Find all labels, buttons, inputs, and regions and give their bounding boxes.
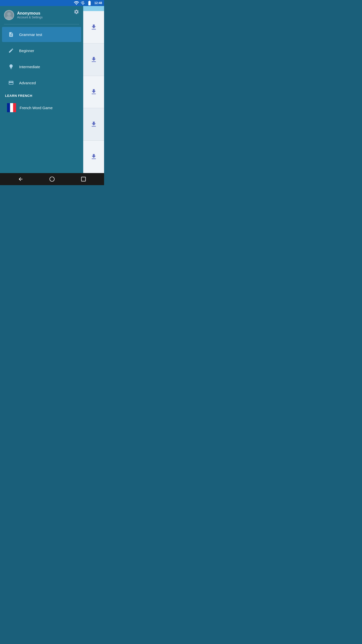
svg-rect-3: [7, 103, 10, 112]
account-name: Anonymous: [17, 11, 79, 16]
download-button-3[interactable]: [90, 88, 97, 95]
back-icon: [18, 176, 23, 182]
menu-item-beginner[interactable]: Beginner: [2, 43, 81, 58]
french-flag-icon: [7, 103, 16, 112]
pencil-icon: [7, 47, 15, 55]
battery-icon: [87, 0, 92, 6]
french-word-game-label: French Word Game: [20, 106, 53, 110]
recent-apps-icon: [81, 176, 86, 182]
status-time: 12:48: [94, 1, 102, 5]
account-header: Anonymous Account & Settings: [0, 6, 83, 22]
menu-item-grammar-test[interactable]: Grammar test: [2, 27, 81, 42]
back-button[interactable]: [5, 176, 36, 182]
download-arrow-3: [90, 88, 97, 95]
card-icon: [7, 79, 15, 87]
home-button[interactable]: [36, 176, 68, 182]
account-info: Anonymous Account & Settings: [17, 11, 79, 19]
svg-rect-4: [10, 103, 13, 112]
download-arrow-5: [90, 153, 97, 160]
main-layout: Anonymous Account & Settings Grammar tes…: [0, 6, 104, 173]
right-panel: [83, 6, 104, 173]
divider: [4, 24, 79, 24]
wifi-icon: [74, 0, 79, 6]
menu-item-french-word-game[interactable]: French Word Game: [2, 100, 81, 116]
grammar-test-label: Grammar test: [19, 32, 42, 37]
avatar-icon: [5, 11, 14, 20]
svg-point-1: [7, 12, 11, 16]
beginner-label: Beginner: [19, 49, 34, 53]
home-icon: [49, 176, 55, 182]
settings-button[interactable]: [74, 9, 79, 16]
settings-icon: [74, 9, 79, 15]
download-button-5[interactable]: [90, 153, 97, 160]
menu-item-intermediate[interactable]: Intermediate: [2, 59, 81, 74]
svg-point-6: [50, 177, 54, 181]
download-cell-5[interactable]: [83, 141, 104, 173]
avatar: [4, 10, 14, 20]
download-cell-3[interactable]: [83, 76, 104, 108]
intermediate-label: Intermediate: [19, 65, 40, 69]
menu-item-advanced[interactable]: Advanced: [2, 75, 81, 90]
french-flag-svg: [7, 103, 16, 112]
right-panel-top: [83, 6, 104, 11]
download-cell-2[interactable]: [83, 44, 104, 76]
download-cell-4[interactable]: [83, 108, 104, 141]
sidebar: Anonymous Account & Settings Grammar tes…: [0, 6, 83, 173]
advanced-label: Advanced: [19, 81, 36, 85]
svg-rect-5: [13, 103, 16, 112]
download-button-1[interactable]: [90, 24, 97, 31]
svg-rect-7: [81, 177, 85, 181]
section-learn-french: LEARN FRENCH: [0, 91, 83, 99]
bottom-nav: [0, 173, 104, 185]
download-arrow-2: [90, 56, 97, 63]
document-icon: [7, 30, 15, 38]
status-icons: 12:48: [74, 0, 102, 6]
status-bar: 12:48: [0, 0, 104, 6]
download-button-2[interactable]: [90, 56, 97, 63]
download-button-4[interactable]: [90, 121, 97, 128]
download-arrow-1: [90, 24, 97, 31]
signal-icon: [80, 0, 86, 6]
recent-apps-button[interactable]: [68, 176, 99, 182]
account-subtitle: Account & Settings: [17, 16, 79, 19]
download-cell-1[interactable]: [83, 11, 104, 44]
download-arrow-4: [90, 121, 97, 128]
bulb-icon: [7, 63, 15, 71]
